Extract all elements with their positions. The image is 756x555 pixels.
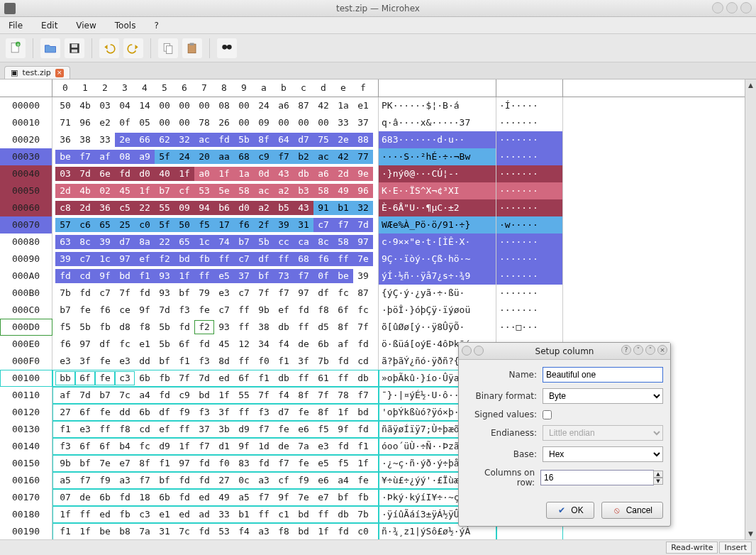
menu-help[interactable]: ? [150,19,162,32]
byte[interactable]: 1f [174,167,194,181]
hex-cell[interactable]: bef7af08a95f2420aa68c9f7b2ac4277 [52,148,379,165]
hex-row[interactable]: 0009039c71c97eff2bdfbffc7dfff68f6ff7e9Ç·… [0,251,745,268]
byte[interactable]: 6b [95,490,115,505]
byte[interactable]: 93 [155,286,174,300]
byte[interactable]: 97 [294,286,313,300]
binary-format-select[interactable]: Byte [543,388,663,404]
save-button[interactable] [65,38,84,58]
byte[interactable]: e3 [115,354,135,368]
byte[interactable]: 22 [135,201,155,215]
hex-cell[interactable]: b7fef6ce9f7df3fec7ff9beffdf86ffc [52,302,379,319]
byte[interactable]: 39 [353,269,373,283]
byte[interactable]: 58 [234,184,254,198]
byte[interactable]: a3 [115,473,135,488]
hex-row[interactable]: 000203638332e666232acfd5b8f64d7752e88683… [0,131,745,148]
byte[interactable]: ed [214,371,234,385]
byte[interactable]: 7d [353,218,373,232]
byte[interactable]: 5b [155,320,174,334]
byte[interactable]: bf [75,456,95,471]
byte[interactable]: 97 [115,252,135,266]
byte[interactable]: 24 [254,99,274,113]
byte[interactable]: ff [294,320,313,334]
byte[interactable]: fe [95,371,115,385]
byte[interactable]: 00 [234,116,254,130]
byte[interactable]: f1 [353,439,373,454]
byte[interactable]: f7 [75,150,95,164]
byte[interactable]: 7d [75,167,95,181]
byte[interactable]: f5 [55,320,75,334]
byte[interactable]: a2 [274,184,294,198]
byte[interactable]: fd [353,422,373,436]
byte[interactable]: dd [115,405,135,419]
ascii-cell[interactable]: È-6Å"U··¶µC·±2 [379,199,496,216]
byte[interactable]: 6f [234,371,254,385]
ascii-cell-2[interactable]: ······· [496,114,563,131]
byte[interactable]: ac [194,133,214,147]
menu-file[interactable]: File [4,19,27,32]
dialog-close-button[interactable]: × [657,345,667,355]
byte[interactable]: f7 [135,473,155,488]
ascii-cell[interactable]: c·9××"e·t·[ÌÊ·X· [379,233,496,251]
hex-cell[interactable]: a5f7f9a3f7bffdfd270ca3cff9e6a4fe [52,472,379,489]
byte[interactable]: 63 [55,235,75,249]
byte[interactable]: f0 [254,354,274,368]
byte[interactable]: 58 [333,235,353,249]
byte[interactable]: 39 [95,235,115,249]
ascii-cell-2[interactable]: ······· [496,251,563,268]
byte[interactable]: b7 [55,303,75,317]
byte[interactable]: ff [234,320,254,334]
base-select[interactable]: Hex [543,446,663,462]
byte[interactable]: f7 [294,269,313,283]
byte[interactable]: 17 [214,218,234,232]
byte[interactable]: fd [174,490,194,505]
byte[interactable]: fd [155,388,174,402]
byte[interactable]: e5 [214,269,234,283]
byte[interactable]: 32 [353,201,373,215]
byte[interactable]: 8f [313,405,333,419]
ascii-cell-2[interactable]: ······· [496,199,563,216]
byte[interactable]: 7b [313,354,333,368]
byte[interactable]: 8c [75,235,95,249]
byte[interactable]: fb [115,507,135,522]
byte[interactable]: fd [75,286,95,300]
byte[interactable]: ff [333,252,353,266]
byte[interactable]: 3f [294,354,313,368]
byte[interactable]: df [155,405,174,419]
byte[interactable]: f4 [234,524,254,539]
byte[interactable]: 00 [155,99,174,113]
byte[interactable]: 1f [214,388,234,402]
byte[interactable]: 78 [333,388,353,402]
byte[interactable]: 91 [313,201,333,215]
byte[interactable]: 75 [313,133,333,147]
hex-cell[interactable]: 3638332e666232acfd5b8f64d7752e88 [52,131,379,148]
byte[interactable]: 7f [115,286,135,300]
byte[interactable]: f1 [135,269,155,283]
byte[interactable]: 65 [95,218,115,232]
byte[interactable]: fc [135,439,155,454]
hex-cell[interactable]: 1fffedfbc3e1edad33b1ffc1bdffdb7b [52,506,379,523]
byte[interactable]: 53 [214,524,234,539]
byte[interactable]: 1f [135,184,155,198]
scroll-down-icon[interactable]: ▼ [747,529,755,538]
byte[interactable]: 07 [55,490,75,505]
byte[interactable]: bd [353,405,373,419]
byte[interactable]: fd [194,473,214,488]
byte[interactable]: ff [234,354,254,368]
byte[interactable]: 2f [254,218,274,232]
byte[interactable]: cd [135,422,155,436]
byte[interactable]: f1 [155,456,174,471]
byte[interactable]: d9 [155,439,174,454]
byte[interactable]: fc [353,303,373,317]
byte[interactable]: 53 [194,184,214,198]
byte[interactable]: bf [155,473,174,488]
byte[interactable]: ff [75,507,95,522]
byte[interactable]: c0 [135,218,155,232]
byte[interactable]: db [353,371,373,385]
hex-cell[interactable]: 037d6efdd0401fa01f1a0d43dba62d9e [52,165,379,182]
byte[interactable]: f9 [95,473,115,488]
byte[interactable]: c0 [353,524,373,539]
byte[interactable]: ef [135,252,155,266]
byte[interactable]: f7 [274,286,294,300]
byte[interactable]: fd [194,524,214,539]
hex-row[interactable]: 000C0b7fef6ce9f7df3fec7ff9beffdf86ffc·þö… [0,302,745,319]
